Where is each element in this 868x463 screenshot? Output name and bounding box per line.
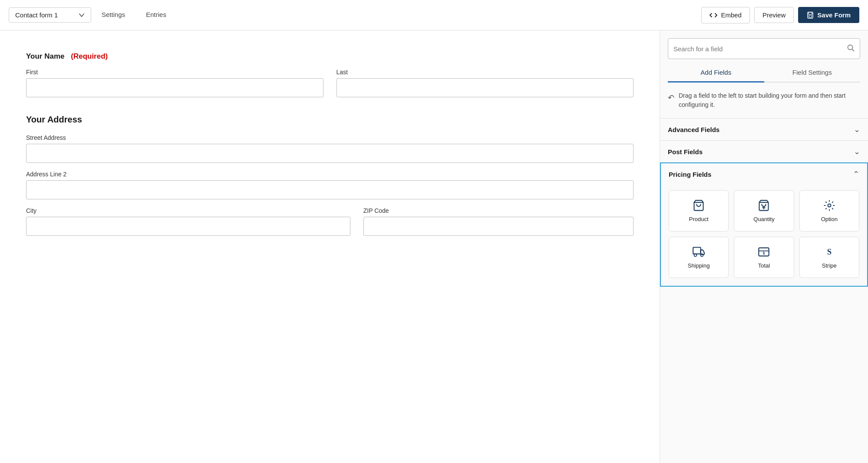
first-name-col: First — [26, 69, 323, 97]
drag-instruction: ↶ Drag a field to the left to start buil… — [660, 83, 868, 118]
svg-text:S: S — [827, 247, 832, 256]
city-label: City — [26, 207, 350, 214]
save-form-button[interactable]: Save Form — [798, 7, 859, 23]
city-input[interactable] — [26, 217, 350, 236]
nav-entries[interactable]: Entries — [135, 0, 177, 30]
address2-label: Address Line 2 — [26, 171, 634, 178]
total-icon: $ — [758, 246, 770, 258]
name-field-group: Your Name (Required) First Last — [26, 52, 634, 97]
option-label: Option — [821, 216, 838, 222]
shipping-label: Shipping — [688, 262, 710, 269]
advanced-chevron-icon: ⌄ — [854, 125, 860, 134]
pricing-fields-title: Pricing Fields — [669, 171, 711, 178]
pricing-fields-grid: Product Quantity Option Shipping — [661, 185, 867, 286]
post-fields-title: Post Fields — [668, 148, 703, 155]
chevron-down-icon — [79, 12, 85, 18]
embed-button[interactable]: Embed — [701, 7, 750, 23]
address-title: Your Address — [26, 115, 634, 125]
city-col: City — [26, 207, 350, 236]
nav-settings[interactable]: Settings — [91, 0, 135, 30]
pricing-chevron-icon: ⌃ — [853, 169, 859, 179]
shipping-field-card[interactable]: Shipping — [669, 237, 729, 278]
last-name-input[interactable] — [337, 78, 634, 97]
street-label: Street Address — [26, 134, 634, 141]
form-selector[interactable]: Contact form 1 — [9, 7, 91, 23]
stripe-field-card[interactable]: S Stripe — [799, 237, 859, 278]
post-chevron-icon: ⌄ — [854, 147, 860, 156]
required-badge: (Required) — [71, 52, 108, 60]
advanced-fields-section[interactable]: Advanced Fields ⌄ — [660, 118, 868, 140]
product-field-card[interactable]: Product — [669, 190, 729, 232]
main-layout: Your Name (Required) First Last Your Add… — [0, 30, 868, 463]
svg-rect-8 — [693, 248, 701, 254]
option-field-card[interactable]: Option — [799, 190, 859, 232]
first-name-label: First — [26, 69, 323, 76]
search-icon — [847, 44, 855, 54]
quantity-icon — [758, 199, 770, 212]
form-selector-text: Contact form 1 — [15, 11, 75, 19]
product-icon — [693, 199, 705, 212]
right-panel: Add Fields Field Settings ↶ Drag a field… — [660, 30, 868, 463]
panel-tabs: Add Fields Field Settings — [668, 63, 860, 83]
quantity-label: Quantity — [753, 216, 774, 222]
address-field-group: Your Address Street Address Address Line… — [26, 115, 634, 236]
svg-point-7 — [828, 204, 831, 207]
name-row: First Last — [26, 69, 634, 97]
zip-label: ZIP Code — [363, 207, 634, 214]
form-area: Your Name (Required) First Last Your Add… — [0, 30, 660, 463]
advanced-fields-title: Advanced Fields — [668, 126, 719, 133]
total-label: Total — [758, 262, 770, 269]
name-field-title: Your Name (Required) — [26, 52, 634, 61]
drag-instruction-text: Drag a field to the left to start buildi… — [679, 91, 860, 109]
zip-input[interactable] — [363, 217, 634, 236]
quantity-field-card[interactable]: Quantity — [734, 190, 794, 232]
stripe-icon: S — [823, 246, 835, 258]
city-zip-row: City ZIP Code — [26, 207, 634, 236]
option-icon — [823, 199, 835, 212]
product-label: Product — [689, 216, 709, 222]
total-field-card[interactable]: $ Total — [734, 237, 794, 278]
search-box — [668, 38, 860, 59]
svg-point-3 — [848, 45, 853, 50]
topbar: Contact form 1 Settings Entries Embed Pr… — [0, 0, 868, 30]
address2-input[interactable] — [26, 180, 634, 199]
street-input[interactable] — [26, 144, 634, 163]
topbar-nav: Settings Entries — [91, 0, 177, 30]
search-input[interactable] — [673, 45, 847, 53]
save-icon — [807, 12, 814, 19]
last-name-label: Last — [337, 69, 634, 76]
pricing-fields-section: Pricing Fields ⌃ Product Quantity — [660, 162, 868, 287]
tab-field-settings[interactable]: Field Settings — [764, 63, 861, 83]
svg-line-4 — [852, 49, 854, 51]
preview-button[interactable]: Preview — [754, 7, 794, 23]
tab-add-fields[interactable]: Add Fields — [668, 63, 764, 83]
svg-rect-2 — [809, 15, 812, 17]
shipping-icon — [693, 246, 705, 258]
embed-icon — [710, 11, 717, 19]
topbar-left: Contact form 1 Settings Entries — [9, 0, 177, 30]
topbar-right: Embed Preview Save Form — [701, 7, 859, 23]
address2-field: Address Line 2 — [26, 171, 634, 199]
stripe-label: Stripe — [822, 262, 837, 269]
cursor-icon: ↶ — [668, 92, 674, 104]
zip-col: ZIP Code — [363, 207, 634, 236]
svg-text:$: $ — [763, 251, 765, 255]
street-address-field: Street Address — [26, 134, 634, 163]
first-name-input[interactable] — [26, 78, 323, 97]
pricing-section-header[interactable]: Pricing Fields ⌃ — [661, 163, 867, 185]
last-name-col: Last — [337, 69, 634, 97]
post-fields-section[interactable]: Post Fields ⌄ — [660, 140, 868, 162]
